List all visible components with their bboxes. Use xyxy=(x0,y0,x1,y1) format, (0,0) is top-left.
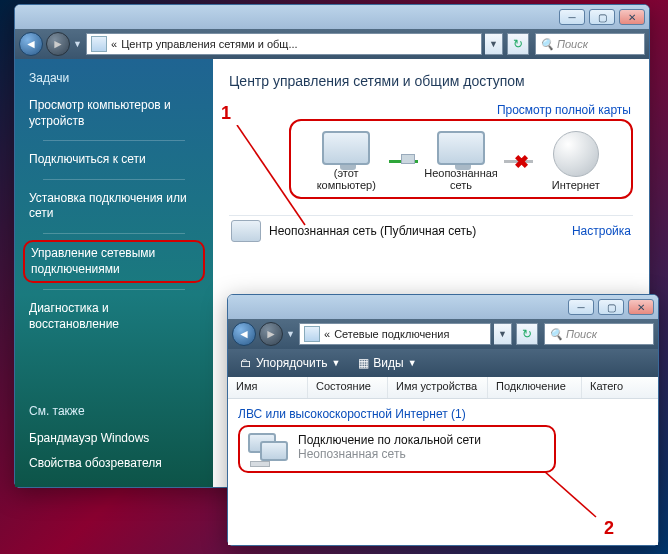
see-also-browser[interactable]: Свойства обозревателя xyxy=(29,451,199,477)
chevron-down-icon: ▼ xyxy=(408,358,417,368)
network-icon xyxy=(437,131,485,165)
refresh-button[interactable]: ↻ xyxy=(516,323,538,345)
close-button[interactable]: ✕ xyxy=(628,299,654,315)
item-title: Подключение по локальной сети xyxy=(298,433,481,447)
error-icon: ✖ xyxy=(514,151,529,173)
col-device[interactable]: Имя устройства xyxy=(388,377,488,398)
history-dropdown-icon[interactable]: ▼ xyxy=(73,39,83,49)
search-placeholder: Поиск xyxy=(566,328,597,340)
titlebar[interactable]: ─ ▢ ✕ xyxy=(228,295,658,319)
annotation-1: 1 xyxy=(221,103,231,124)
address-dropdown[interactable]: ▼ xyxy=(485,33,503,55)
views-icon: ▦ xyxy=(358,356,369,370)
lan-icon xyxy=(248,433,288,465)
address-bar[interactable]: « Сетевые подключения xyxy=(299,323,491,345)
search-icon: 🔍 xyxy=(540,38,554,51)
col-category[interactable]: Катего xyxy=(582,377,658,398)
nav-bar: ◄ ► ▼ « Сетевые подключения ▼ ↻ 🔍 Поиск xyxy=(228,319,658,349)
item-subtitle: Неопознанная сеть xyxy=(298,447,481,461)
minimize-button[interactable]: ─ xyxy=(559,9,585,25)
nav-bar: ◄ ► ▼ « Центр управления сетями и общ...… xyxy=(15,29,649,59)
sidebar-item-manage-connections[interactable]: Управление сетевыми подключениями xyxy=(23,240,205,283)
back-button[interactable]: ◄ xyxy=(232,322,256,346)
connections-list: ЛВС или высокоскоростной Интернет (1) По… xyxy=(228,399,658,545)
sidebar-item-setup[interactable]: Установка подключения или сети xyxy=(29,186,199,227)
task-sidebar: Задачи Просмотр компьютеров и устройств … xyxy=(15,59,213,487)
command-bar: 🗀 Упорядочить ▼ ▦ Виды ▼ xyxy=(228,349,658,377)
group-header[interactable]: ЛВС или высокоскоростной Интернет (1) xyxy=(238,407,648,421)
location-icon xyxy=(304,326,320,342)
connection-fail: ✖ xyxy=(504,160,532,163)
connection-ok xyxy=(389,160,417,163)
views-label: Виды xyxy=(373,356,403,370)
close-button[interactable]: ✕ xyxy=(619,9,645,25)
node-label: Интернет xyxy=(533,179,619,191)
history-dropdown-icon[interactable]: ▼ xyxy=(286,329,296,339)
network-topology: (этот компьютер) Неопознанная сеть ✖ Инт… xyxy=(289,119,633,199)
search-placeholder: Поиск xyxy=(557,38,588,50)
sidebar-item-diagnose[interactable]: Диагностика и восстановление xyxy=(29,296,199,337)
device-icon xyxy=(401,154,415,164)
search-icon: 🔍 xyxy=(549,328,563,341)
annotation-2: 2 xyxy=(604,518,614,539)
search-box[interactable]: 🔍 Поиск xyxy=(544,323,654,345)
node-label: Неопознанная сеть xyxy=(418,167,504,191)
annotation-2-line xyxy=(544,471,598,519)
search-box[interactable]: 🔍 Поиск xyxy=(535,33,645,55)
configure-link[interactable]: Настройка xyxy=(572,224,631,238)
node-network[interactable]: Неопознанная сеть xyxy=(418,131,504,191)
sidebar-item-connect[interactable]: Подключиться к сети xyxy=(29,147,199,173)
page-title: Центр управления сетями и общим доступом xyxy=(229,73,633,89)
organize-button[interactable]: 🗀 Упорядочить ▼ xyxy=(234,354,346,372)
address-prefix: « xyxy=(111,38,117,50)
see-also-heading: См. также xyxy=(29,404,199,418)
minimize-button[interactable]: ─ xyxy=(568,299,594,315)
maximize-button[interactable]: ▢ xyxy=(598,299,624,315)
maximize-button[interactable]: ▢ xyxy=(589,9,615,25)
chevron-down-icon: ▼ xyxy=(331,358,340,368)
location-icon xyxy=(91,36,107,52)
sidebar-item-view-computers[interactable]: Просмотр компьютеров и устройств xyxy=(29,93,199,134)
address-prefix: « xyxy=(324,328,330,340)
node-internet[interactable]: Интернет xyxy=(533,131,619,191)
svg-line-1 xyxy=(544,471,596,517)
titlebar[interactable]: ─ ▢ ✕ xyxy=(15,5,649,29)
annotation-1-line xyxy=(235,125,307,227)
organize-label: Упорядочить xyxy=(256,356,327,370)
back-button[interactable]: ◄ xyxy=(19,32,43,56)
computer-icon xyxy=(322,131,370,165)
svg-line-0 xyxy=(237,125,305,225)
connection-item[interactable]: Подключение по локальной сети Неопознанн… xyxy=(238,425,556,473)
globe-icon xyxy=(553,131,599,177)
col-status[interactable]: Состояние xyxy=(308,377,388,398)
column-headers[interactable]: Имя Состояние Имя устройства Подключение… xyxy=(228,377,658,399)
refresh-button[interactable]: ↻ xyxy=(507,33,529,55)
tasks-heading: Задачи xyxy=(29,71,199,85)
full-map-link[interactable]: Просмотр полной карты xyxy=(497,103,631,117)
forward-button[interactable]: ► xyxy=(46,32,70,56)
address-bar[interactable]: « Центр управления сетями и общ... xyxy=(86,33,482,55)
see-also-firewall[interactable]: Брандмауэр Windows xyxy=(29,426,199,452)
forward-button[interactable]: ► xyxy=(259,322,283,346)
address-text: Центр управления сетями и общ... xyxy=(121,38,297,50)
col-name[interactable]: Имя xyxy=(228,377,308,398)
views-button[interactable]: ▦ Виды ▼ xyxy=(352,354,422,372)
organize-icon: 🗀 xyxy=(240,356,252,370)
col-connection[interactable]: Подключение xyxy=(488,377,582,398)
address-dropdown[interactable]: ▼ xyxy=(494,323,512,345)
network-connections-window: ─ ▢ ✕ ◄ ► ▼ « Сетевые подключения ▼ ↻ 🔍 … xyxy=(227,294,659,546)
address-text: Сетевые подключения xyxy=(334,328,449,340)
node-this-pc[interactable]: (этот компьютер) xyxy=(303,131,389,191)
node-label: (этот компьютер) xyxy=(303,167,389,191)
